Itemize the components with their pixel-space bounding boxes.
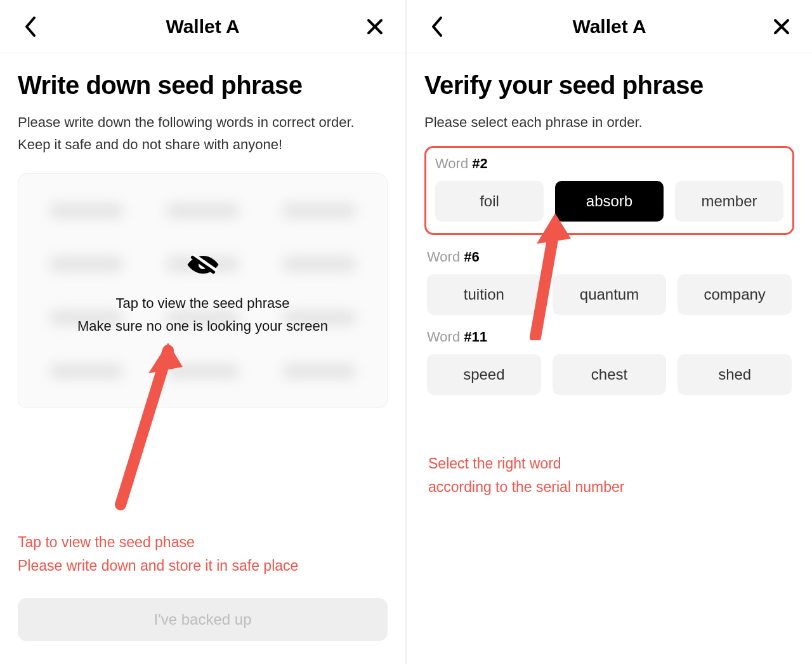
annotation-line1: Tap to view the seed phase xyxy=(18,531,298,554)
word-option[interactable]: speed xyxy=(427,354,541,395)
page-title: Wallet A xyxy=(572,16,646,37)
close-icon xyxy=(773,18,790,35)
eye-off-icon xyxy=(185,247,221,282)
close-icon xyxy=(367,18,383,35)
verify-word-group: Word #6tuitionquantumcompany xyxy=(424,249,794,315)
annotation-text: Tap to view the seed phase Please write … xyxy=(18,531,298,578)
word-label-prefix: Word xyxy=(435,156,472,171)
annotation-line2: Please write down and store it in safe p… xyxy=(18,554,298,578)
word-label-number: #2 xyxy=(472,156,487,171)
word-label: Word #6 xyxy=(427,249,792,265)
seed-phrase-box[interactable]: Tap to view the seed phrase Make sure no… xyxy=(18,173,388,408)
word-option[interactable]: chest xyxy=(553,354,667,395)
close-button[interactable] xyxy=(362,14,388,39)
choice-row: foilabsorbmember xyxy=(435,181,783,222)
page-title: Wallet A xyxy=(166,16,239,37)
word-option[interactable]: absorb xyxy=(555,181,664,222)
choice-row: speedchestshed xyxy=(427,354,792,395)
chevron-left-icon xyxy=(23,16,37,37)
annotation-text: Select the right word according to the s… xyxy=(428,452,794,499)
close-button[interactable] xyxy=(769,14,794,39)
choice-row: tuitionquantumcompany xyxy=(427,274,792,315)
screen-write-down-seed: Wallet A Write down seed phrase Please w… xyxy=(0,0,406,664)
word-option[interactable]: shed xyxy=(678,354,792,395)
word-label-prefix: Word xyxy=(427,249,464,265)
topbar: Wallet A xyxy=(0,0,405,53)
verify-word-group: Word #2foilabsorbmember xyxy=(424,146,794,235)
subtext: Please write down the following words in… xyxy=(18,111,388,156)
subtext: Please select each phrase in order. xyxy=(424,111,794,133)
back-button[interactable] xyxy=(424,14,450,39)
word-option[interactable]: foil xyxy=(435,181,544,222)
heading: Write down seed phrase xyxy=(18,71,388,100)
seed-overlay-line2: Make sure no one is looking your screen xyxy=(77,318,328,335)
annotation-line1: Select the right word xyxy=(428,452,794,475)
word-option[interactable]: company xyxy=(678,274,792,315)
back-button[interactable] xyxy=(18,14,43,39)
word-label-prefix: Word xyxy=(427,329,464,345)
word-label-number: #11 xyxy=(464,329,487,345)
word-label: Word #2 xyxy=(435,156,783,172)
word-option[interactable]: member xyxy=(675,181,783,222)
word-option[interactable]: tuition xyxy=(427,274,541,315)
seed-overlay[interactable]: Tap to view the seed phrase Make sure no… xyxy=(18,174,387,408)
verify-word-group: Word #11speedchestshed xyxy=(424,329,794,395)
heading: Verify your seed phrase xyxy=(424,71,794,100)
chevron-left-icon xyxy=(430,16,444,37)
topbar: Wallet A xyxy=(407,0,812,53)
word-label-number: #6 xyxy=(464,249,479,265)
seed-overlay-line1: Tap to view the seed phrase xyxy=(116,295,290,312)
word-option[interactable]: quantum xyxy=(553,274,667,315)
backed-up-button[interactable]: I've backed up xyxy=(18,598,388,641)
word-label: Word #11 xyxy=(427,329,792,345)
screen-verify-seed: Wallet A Verify your seed phrase Please … xyxy=(406,0,812,664)
annotation-line2: according to the serial number xyxy=(428,475,794,499)
